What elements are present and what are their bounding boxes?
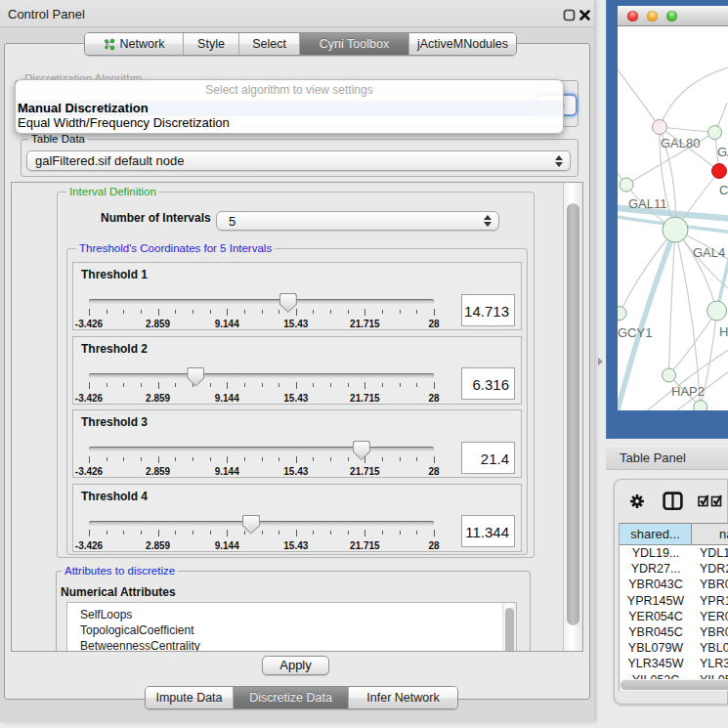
tab-cyni-toolbox[interactable]: Cyni Toolbox: [300, 33, 409, 55]
axis-tick-label: 28: [428, 540, 439, 551]
table-row[interactable]: YLR345WYLR345W: [620, 656, 728, 671]
cell-shared-name: YBR045C: [620, 624, 692, 640]
threshold-slider-thumb-1[interactable]: [279, 293, 297, 313]
minor-tick: [193, 457, 193, 461]
minor-tick: [348, 457, 349, 461]
minor-tick: [210, 310, 211, 314]
axis-tick-label: -3.426: [75, 540, 103, 551]
minor-tick: [313, 310, 314, 314]
tab-jactivemnodules[interactable]: jActiveMNodules: [409, 33, 516, 55]
tab-discretize-data[interactable]: Discretize Data: [234, 687, 349, 708]
minor-tick: [262, 531, 263, 535]
gear-icon[interactable]: [629, 493, 645, 509]
control-panel-titlebar[interactable]: Control Panel: [0, 0, 594, 27]
major-tick: [364, 309, 365, 316]
split-pane-handle[interactable]: [598, 358, 603, 365]
axis-tick-label: 28: [428, 319, 439, 329]
threshold-slider-thumb-3[interactable]: [353, 441, 370, 460]
network-node-gal11[interactable]: [620, 178, 633, 192]
zoom-traffic-light[interactable]: [666, 11, 677, 21]
minor-tick: [175, 457, 176, 461]
window-title: Control Panel: [8, 7, 85, 21]
close-traffic-light[interactable]: [627, 11, 638, 21]
minimize-traffic-light[interactable]: [647, 11, 658, 21]
minor-tick: [175, 383, 176, 387]
axis-tick-label: 15.43: [283, 466, 308, 477]
float-window-icon[interactable]: [563, 9, 576, 21]
table-row[interactable]: YBR043CYBR043C: [620, 577, 728, 592]
network-node-bottom[interactable]: [694, 401, 707, 410]
popup-prompt-item[interactable]: Select algorithm to view settings: [16, 83, 563, 98]
numerical-attributes-list[interactable]: SelfLoopsTopologicalCoefficientBetweenne…: [66, 602, 517, 652]
network-edge[interactable]: [669, 230, 676, 375]
cell-name: YBR043C: [692, 577, 728, 592]
attribute-list-item[interactable]: SelfLoops: [67, 607, 516, 622]
network-node-hap2[interactable]: [663, 368, 676, 382]
network-window-titlebar[interactable]: [618, 6, 728, 26]
table-data-combo[interactable]: galFiltered.sif default node: [26, 150, 571, 171]
minor-tick: [262, 383, 263, 387]
threshold-value-field-2[interactable]: 6.316: [461, 367, 515, 400]
apply-button[interactable]: Apply: [262, 656, 329, 675]
threshold-slider-thumb-2[interactable]: [187, 367, 204, 387]
major-tick: [296, 530, 297, 536]
threshold-slider-track-3[interactable]: [89, 447, 434, 451]
column-header-shared-name[interactable]: shared...: [620, 524, 692, 544]
network-node-h[interactable]: [707, 301, 727, 321]
table-row[interactable]: YPR145WYPR145W: [620, 593, 728, 609]
tab-style[interactable]: Style: [184, 33, 239, 55]
settings-vertical-scrollbar[interactable]: [563, 183, 582, 651]
network-node-gal-ne[interactable]: [708, 126, 722, 140]
close-icon[interactable]: [578, 9, 591, 21]
attributes-list-scrollbar[interactable]: [502, 603, 516, 652]
table-horizontal-scrollbar[interactable]: [620, 679, 728, 691]
network-canvas[interactable]: GAL80GAL7CDCGAL11GAL4GCY1HISHAP2: [618, 26, 728, 410]
major-tick: [227, 530, 228, 536]
tab-select[interactable]: Select: [239, 33, 300, 55]
threshold-label-3: Threshold 3: [81, 415, 148, 429]
attributes-scrollbar-thumb[interactable]: [505, 608, 514, 652]
select-attributes-icon[interactable]: [698, 493, 724, 507]
number-of-intervals-combo[interactable]: 5: [216, 211, 499, 231]
column-header-name[interactable]: name: [692, 524, 728, 544]
settings-scrollbar-thumb[interactable]: [567, 203, 579, 625]
network-node-red[interactable]: [712, 164, 727, 179]
split-columns-icon[interactable]: [663, 492, 683, 511]
network-edge[interactable]: [660, 127, 715, 133]
table-row[interactable]: YDL19...YDL194W: [620, 545, 728, 561]
table-row[interactable]: YBL079WYBL079W: [620, 640, 728, 656]
network-edge[interactable]: [618, 64, 660, 127]
cell-name: YBL079W: [692, 640, 728, 656]
threshold-slider-track-2[interactable]: [89, 373, 434, 378]
cell-shared-name: YPR145W: [620, 593, 692, 609]
minor-tick: [382, 310, 383, 314]
network-edge-highlighted[interactable]: [618, 230, 675, 410]
network-node-gal4[interactable]: [663, 217, 688, 242]
network-node-gal80[interactable]: [653, 120, 667, 135]
attribute-list-item[interactable]: TopologicalCoefficient: [67, 622, 516, 638]
table-row[interactable]: YDR27...YDR277C: [620, 561, 728, 577]
attribute-list-item[interactable]: BetweennessCentrality: [67, 638, 516, 652]
threshold-value-field-1[interactable]: 14.713: [461, 294, 515, 326]
node-label-gal80: GAL80: [661, 136, 700, 150]
tab-label: Discretize Data: [249, 691, 332, 705]
threshold-slider-track-1[interactable]: [89, 299, 434, 304]
table-hscroll-thumb[interactable]: [621, 680, 728, 690]
threshold-value-field-3[interactable]: 21.4: [461, 442, 515, 474]
network-node-gcy1[interactable]: [618, 307, 626, 321]
minor-tick: [313, 383, 314, 387]
minor-tick: [262, 457, 263, 461]
table-row[interactable]: YBR045CYBR045C: [620, 624, 728, 640]
network-edge[interactable]: [660, 67, 728, 127]
tab-network[interactable]: Network: [85, 33, 184, 55]
axis-tick-label: 2.859: [146, 393, 170, 404]
tab-impute-data[interactable]: Impute Data: [146, 687, 234, 708]
threshold-value-field-4[interactable]: 11.344: [461, 515, 515, 547]
axis-tick-label: 21.715: [350, 466, 380, 477]
table-row[interactable]: YER054CYER054C: [620, 609, 728, 624]
popup-item-manual-discretization[interactable]: Manual Discretization: [16, 101, 563, 116]
threshold-slider-track-4[interactable]: [89, 521, 434, 526]
network-edge[interactable]: [675, 230, 717, 311]
popup-item-equal-width[interactable]: Equal Width/Frequency Discretization: [16, 115, 563, 130]
tab-infer-network[interactable]: Infer Network: [349, 687, 457, 708]
